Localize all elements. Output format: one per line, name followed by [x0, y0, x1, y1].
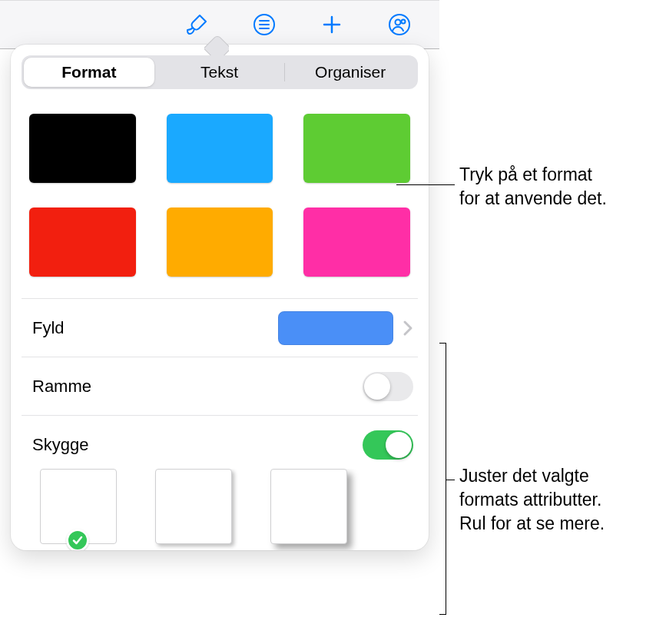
callout-bracket-top	[439, 343, 446, 344]
callout-bracket-bottom	[439, 614, 446, 615]
style-swatch-black[interactable]	[29, 114, 136, 183]
tab-text[interactable]: Tekst	[154, 58, 285, 87]
fill-row[interactable]: Fyld	[22, 298, 418, 357]
svg-point-8	[402, 20, 406, 24]
collaborate-icon[interactable]	[384, 9, 415, 40]
callout-leader-2	[446, 480, 455, 480]
tab-text-label: Tekst	[200, 63, 238, 81]
style-swatch-blue[interactable]	[167, 114, 273, 183]
shadow-preset-strong[interactable]	[270, 469, 347, 550]
shadow-presets	[22, 469, 418, 550]
callout-style-hint: Tryk på et format for at anvende det.	[459, 163, 651, 211]
add-icon[interactable]	[316, 9, 347, 40]
callout-bracket	[446, 343, 446, 615]
border-toggle[interactable]	[363, 372, 413, 401]
list-icon[interactable]	[249, 9, 280, 40]
callout-attributes-hint: Juster det valgte formats attributter. R…	[459, 464, 651, 536]
tab-organize[interactable]: Organiser	[285, 58, 416, 87]
style-swatch-grid	[22, 89, 418, 298]
shadow-preset-none[interactable]	[40, 469, 117, 550]
popover-tabs: Format Tekst Organiser	[22, 55, 418, 89]
toggle-knob	[386, 432, 412, 458]
toggle-knob	[364, 373, 390, 400]
shadow-toggle[interactable]	[363, 430, 413, 460]
style-swatch-orange[interactable]	[167, 207, 273, 277]
tab-organize-label: Organiser	[315, 63, 386, 81]
tab-format[interactable]: Format	[24, 58, 154, 87]
popover-arrow	[204, 32, 229, 57]
border-row: Ramme	[22, 357, 418, 415]
style-swatch-green[interactable]	[303, 114, 410, 183]
format-popover: Format Tekst Organiser Fyld	[11, 45, 429, 550]
selected-check-icon	[66, 529, 89, 550]
shadow-label: Skygge	[32, 435, 88, 455]
svg-point-7	[396, 20, 401, 25]
fill-label: Fyld	[32, 318, 65, 338]
shadow-row: Skygge	[22, 415, 418, 473]
fill-color-swatch[interactable]	[278, 311, 393, 345]
border-label: Ramme	[32, 377, 91, 397]
callout-leader	[396, 184, 455, 185]
shadow-preset-soft[interactable]	[155, 469, 232, 550]
style-swatch-red[interactable]	[29, 207, 136, 277]
chevron-right-icon	[403, 319, 413, 337]
tab-format-label: Format	[61, 63, 116, 81]
style-swatch-magenta[interactable]	[303, 207, 410, 277]
